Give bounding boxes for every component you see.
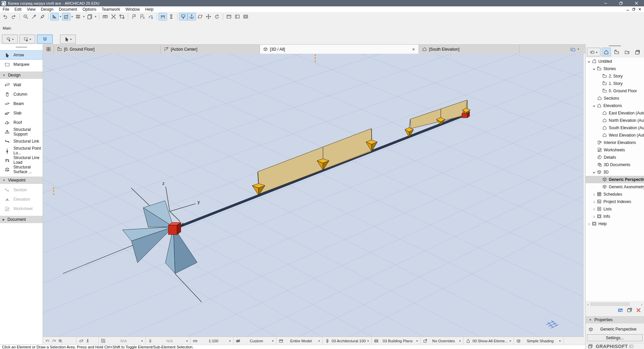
view-settings-button[interactable] (618, 307, 623, 313)
menu-item-help[interactable]: Help (143, 6, 156, 12)
tree-item-west-elevation-auto-r[interactable]: West Elevation (Auto-r (586, 132, 644, 139)
tree-item-schedules[interactable]: Schedules (586, 191, 644, 198)
scroll-left-icon[interactable]: ‹ (586, 302, 590, 306)
gravity-button[interactable] (187, 13, 196, 20)
frame3-button[interactable] (241, 13, 250, 20)
tool-marquee[interactable]: Marquee (0, 60, 43, 69)
graphisoft-id-bar[interactable]: GRAPHISOFT ID (586, 343, 644, 349)
arc-list-button[interactable] (147, 13, 155, 20)
quickbar-graphic-overrides[interactable]: No Overrides▸ (421, 337, 464, 345)
tree-item-untitled[interactable]: Untitled (586, 58, 644, 65)
tree-item-3d[interactable]: 3D (586, 168, 644, 176)
tab-action-center[interactable]: [Action Center] (161, 45, 260, 54)
clone-button[interactable] (627, 307, 632, 313)
tree-item-project-indexes[interactable]: Project Indexes (586, 198, 644, 205)
menu-item-file[interactable]: File (0, 6, 12, 12)
tool-slab[interactable]: Slab (0, 108, 43, 118)
arrow-tool-button[interactable]: ▸ (60, 35, 76, 44)
gridsnap-button[interactable] (74, 13, 82, 20)
quickbar-layer-combination[interactable]: 03 Building Plans▸ (372, 337, 421, 345)
tab-3d-all[interactable]: [3D / All]× (260, 45, 419, 54)
marquee-x-button[interactable] (109, 13, 118, 20)
menu-item-edit[interactable]: Edit (12, 6, 24, 12)
settings-button[interactable]: Settings... (587, 334, 643, 341)
chevron-right-icon[interactable] (592, 200, 596, 203)
tree-item-north-elevation-auto[interactable]: North Elevation (Auto- (586, 117, 644, 124)
undo-button[interactable] (1, 13, 9, 20)
frame2-button[interactable] (233, 13, 241, 20)
close-red-button[interactable] (636, 307, 641, 313)
scroll-right-icon[interactable]: › (640, 302, 643, 306)
mdi-restore-button[interactable] (632, 8, 635, 11)
skew-button[interactable] (196, 13, 204, 20)
tool-arrow[interactable]: Arrow (0, 50, 43, 60)
chevron-right-icon[interactable] (592, 215, 596, 218)
project-chooser-button[interactable]: ▸ (587, 48, 600, 56)
menu-item-design[interactable]: Design (38, 6, 56, 12)
tool-structural-surface[interactable]: Structural Surface ... (0, 165, 43, 174)
setsquare-button[interactable] (50, 13, 59, 20)
column-profile-button[interactable] (167, 13, 175, 20)
quickbar-scale[interactable]: 1:100▸ (191, 337, 233, 345)
tree-item-east-elevation-auto-re[interactable]: East Elevation (Auto-re (586, 109, 644, 117)
chevron-right-icon[interactable] (587, 222, 591, 226)
line-load-1[interactable] (258, 129, 372, 194)
tree-item-help[interactable]: Help (586, 220, 644, 228)
navigator-tab-view-map[interactable] (612, 48, 621, 56)
mdi-close-button[interactable] (638, 8, 641, 11)
menu-item-view[interactable]: View (24, 6, 38, 12)
tree-item-lists[interactable]: Lists (586, 205, 644, 213)
dropdown-arrow-icon[interactable]: ▾ (59, 15, 62, 18)
navigator-tab-publisher[interactable] (633, 48, 642, 56)
tool-structural-support[interactable]: Structural Support (0, 127, 43, 137)
restore-button[interactable] (613, 0, 629, 6)
chevron-down-icon[interactable] (592, 170, 596, 174)
desk-button[interactable] (159, 13, 167, 20)
redo-button[interactable] (9, 13, 18, 20)
tracker-button[interactable]: XY (62, 13, 70, 20)
quickbar-pen-set[interactable]: 03 Architectural 100▸ (323, 337, 372, 345)
beam-element[interactable] (173, 114, 466, 229)
tree-item-3d-documents[interactable]: 3D Documents (586, 161, 644, 168)
rotate-button[interactable] (213, 13, 221, 20)
flag-list-button[interactable] (138, 13, 147, 20)
navigator-tab-project-map[interactable] (602, 48, 611, 56)
marquee-select-button[interactable]: ▸ (19, 35, 35, 44)
minimize-button[interactable] (598, 0, 613, 6)
dropdown-arrow-icon[interactable]: ▾ (82, 15, 86, 18)
dropdown-arrow-icon[interactable]: ▾ (94, 15, 97, 18)
tree-item-generic-perspective[interactable]: Generic Perspective (586, 176, 644, 183)
toolbox-section-viewpoint[interactable]: ▼Viewpoint (0, 177, 43, 184)
tree-item-generic-axonometry[interactable]: Generic Axonometry (586, 183, 644, 191)
tool-beam[interactable]: Beam (0, 99, 43, 108)
quickbar-3d-style[interactable]: Simple Shading▸ (514, 337, 564, 345)
quickbar-explore-modes[interactable] (76, 337, 99, 345)
dropdown-arrow-icon[interactable]: ▾ (70, 15, 74, 18)
tool-worksheet[interactable]: Worksheet (0, 204, 43, 213)
quickbar-layers[interactable]: Custom▸ (233, 337, 276, 345)
tab-south-elevation[interactable]: [South Elevation] (419, 45, 520, 54)
tool-elevation[interactable]: Elevation (0, 195, 43, 204)
popup-navigator-button[interactable]: ▾ (570, 45, 585, 54)
tool-roof[interactable]: Roof (0, 118, 43, 127)
tree-item-details[interactable]: Details (586, 154, 644, 161)
tree-item-sections[interactable]: Sections (586, 95, 644, 102)
scrollbar-thumb[interactable] (590, 302, 630, 306)
tree-item-elevations[interactable]: Elevations (586, 102, 644, 109)
quickbar-pen-weight[interactable]: N/A▸ (146, 337, 191, 345)
quickbar-zoom-level[interactable]: N/A▸ (99, 337, 146, 345)
frame1-button[interactable] (225, 13, 233, 20)
tab-navigator-grid-button[interactable] (43, 45, 54, 54)
eyedropper-button[interactable] (30, 13, 38, 20)
chevron-right-icon[interactable] (592, 207, 596, 211)
toolbox-section-design[interactable]: ▼Design (0, 71, 43, 79)
tab-close-button[interactable]: × (412, 47, 416, 52)
tree-item-1-story[interactable]: 1. Story (586, 80, 644, 87)
toolbox-section-document[interactable]: ▶Document (0, 216, 43, 223)
tool-structural-link[interactable]: Structural Link (0, 137, 43, 146)
quickbar-model-filter[interactable]: Entire Model▸ (276, 337, 323, 345)
tree-item-stories[interactable]: Stories (586, 65, 644, 72)
magnet-button[interactable] (37, 35, 53, 44)
chevron-down-icon[interactable] (587, 60, 591, 63)
navigator-tab-layout-book[interactable] (623, 48, 632, 56)
